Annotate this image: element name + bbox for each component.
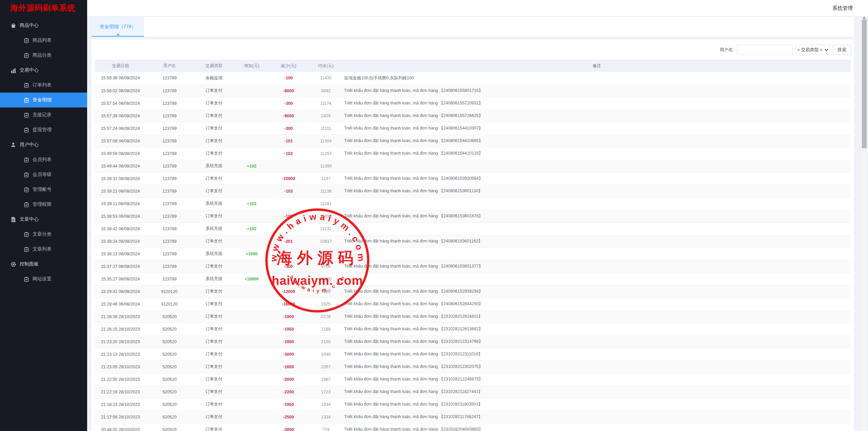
cell-type: 订单支付 [193,348,235,360]
cell-user: 123789 [146,273,193,285]
search-button[interactable]: 搜索 [833,45,851,55]
cell-dec: -8000 [269,84,309,97]
cell-bal: 11111 [309,122,343,135]
cell-remark: Triết khấu đơn đặt hàng thanh toán, mã đ… [343,172,850,185]
cell-date: 21:22:50 28/10/2023 [95,373,146,386]
scrollbar-thumb[interactable] [862,19,867,148]
cell-inc [235,84,269,97]
sidebar-item-label: 提现管理 [33,127,52,133]
cell-inc [235,122,269,135]
sidebar-item-管理权限[interactable]: 管理权限 [0,197,87,212]
cell-type: 订单支付 [193,360,235,373]
cell-remark: Triết khấu đơn đặt hàng thanh toán, mã đ… [343,235,850,248]
cell-type: 订单支付 [193,411,235,423]
sidebar-item-label: 商品分类 [33,52,52,58]
sidebar-item-订单列表[interactable]: 订单列表 [0,78,87,93]
table-row: 15:38:24 06/08/2024123789订单支付-20110817Tr… [95,235,850,248]
cell-type: 系统充值 [193,248,235,260]
sidebar-section-label: 交易中心 [20,67,39,73]
system-admin-menu[interactable]: 系统管理 [832,0,853,16]
cell-remark: Triết khấu đơn đặt hàng thanh toán, mã đ… [343,298,850,310]
sidebar-section-0[interactable]: 商品中心 [0,18,87,33]
cell-user: 123789 [146,160,193,172]
column-header: 结余(元) [309,60,343,72]
cell-remark: Triết khấu đơn đặt hàng thanh toán, mã đ… [343,398,850,411]
cell-remark: Triết khấu đơn đặt hàng thanh toán, mã đ… [343,260,850,273]
cell-user: 123789 [146,197,193,210]
cell-dec: -1900 [269,310,309,323]
cell-remark: Triết khấu đơn đặt hàng thanh toán, mã đ… [343,423,850,431]
sidebar-item-网站设置[interactable]: 网站设置 [0,272,87,287]
sidebar-item-label: 充值记录 [33,112,52,118]
cell-type: 订单支付 [193,147,235,160]
table-row: 15:59:36 06/08/2024123789余额提现-10011432提现… [95,72,850,84]
sidebar-item-label: 管理权限 [33,201,52,208]
cell-user: 123789 [146,84,193,97]
cell-bal: 11399 [309,160,343,172]
sidebar-item-label: 资金明细 [33,97,52,103]
sidebar-item-商品列表[interactable]: 商品列表 [0,33,87,48]
clipboard-chart-icon [24,98,29,103]
sidebar-item-label: 会员等级 [33,172,52,178]
column-header: 减少(元) [269,60,309,72]
cell-remark: Triết khấu đơn đặt hàng thanh toán, mã đ… [343,348,850,360]
username-input[interactable] [737,45,793,55]
cell-date: 21:18:23 28/10/2023 [95,398,146,411]
document-icon [10,217,16,222]
sidebar-section-1[interactable]: 交易中心 [0,63,87,78]
cell-inc [235,373,269,386]
tab-funds-detail[interactable]: 资金明细（778） [92,17,144,37]
sidebar-item-充值记录[interactable]: 充值记录 [0,107,87,122]
sidebar-item-会员列表[interactable]: 会员列表 [0,152,87,167]
sidebar-item-提现管理[interactable]: 提现管理 [0,122,87,137]
cell-date: 15:39:11 06/08/2024 [95,197,146,210]
cell-date: 15:49:44 06/08/2024 [95,160,146,172]
sidebar-section-label: 用户中心 [20,142,39,148]
cell-remark: Triết khấu đơn đặt hàng thanh toán, mã đ… [343,122,850,135]
cell-dec [269,160,309,172]
app-title: 海外源码刷单系统 [0,0,87,16]
cell-bal: 2278 [309,310,343,323]
sidebar-item-资金明细[interactable]: 资金明细 [0,93,87,107]
cell-bal: 2429 [309,110,343,122]
cell-date: 21:26:15 28/10/2023 [95,323,146,335]
cell-inc [235,398,269,411]
scrollbar-up-arrow[interactable] [863,17,866,19]
table-row: 15:49:44 06/08/2024123789系统充值+10211399 [95,160,850,172]
sidebar-item-管理帐号[interactable]: 管理帐号 [0,182,87,197]
sidebar-section-label: 文章中心 [20,216,39,222]
cell-type: 订单支付 [193,335,235,348]
transaction-type-select[interactable]: = 交易类型 = [795,45,830,55]
cell-bal: 1967 [309,373,343,386]
sidebar-item-文章分类[interactable]: 文章分类 [0,227,87,242]
cell-remark: Triết khấu đơn đặt hàng thanh toán, mã đ… [343,110,850,122]
cell-inc: +102 [235,222,269,235]
cell-bal: 3492 [309,84,343,97]
search-toolbar: 用户名: = 交易类型 = 搜索 [719,45,851,55]
cell-bal: 11030 [309,210,343,222]
cell-type: 系统充值 [193,197,235,210]
sidebar-section-3[interactable]: 文章中心 [0,212,87,227]
cell-user: 123789 [146,260,193,273]
vertical-scrollbar[interactable] [862,16,867,431]
cell-dec: -1950 [269,335,309,348]
column-header: 交易日期 [95,60,146,72]
table-row: 21:18:23 28/10/2023520520订单支付-19501934Tr… [95,398,850,411]
tab-indicator-triangle [116,34,120,35]
sidebar-item-文章列表[interactable]: 文章列表 [0,242,87,257]
table-row: 21:17:56 28/10/2023520520订单支付-25001334Tr… [95,411,850,423]
sidebar-item-会员等级[interactable]: 会员等级 [0,167,87,182]
funds-table: 交易日期用户名交易类型增加(元)减少(元)结余(元)备注 15:59:36 06… [95,60,850,431]
column-header: 备注 [343,60,850,72]
sidebar-item-label: 文章列表 [33,246,52,252]
cell-bal: 2357 [309,360,343,373]
cell-inc [235,135,269,147]
transaction-type-value: = 交易类型 = [797,47,822,53]
sidebar-section-4[interactable]: 控制面板 [0,257,87,272]
sidebar-section-2[interactable]: 用户中心 [0,137,87,152]
cell-remark: Triết khấu đơn đặt hàng thanh toán, mã đ… [343,360,850,373]
cell-bal: 9700 [309,260,343,273]
table-row: 15:38:53 06/08/2024123789订单支付-10211030Tr… [95,210,850,222]
cell-dec: -102 [269,210,309,222]
sidebar-item-商品分类[interactable]: 商品分类 [0,48,87,63]
